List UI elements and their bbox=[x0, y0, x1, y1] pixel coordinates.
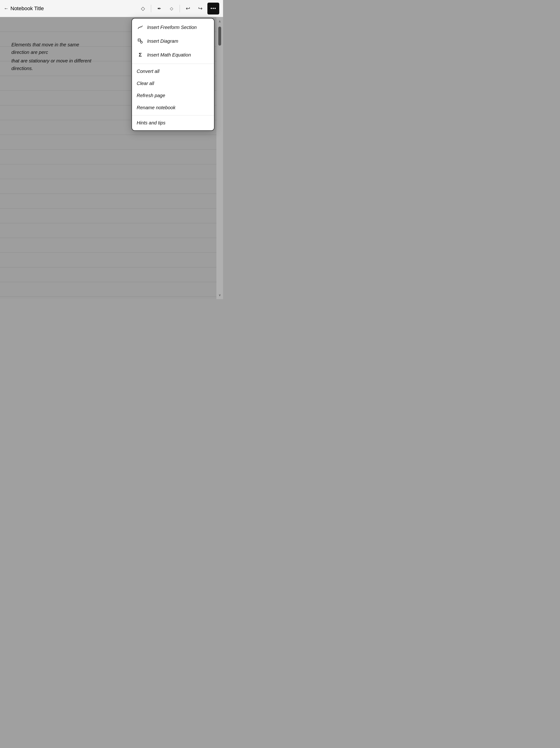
menu-insert-math[interactable]: Σ Insert Math Equation bbox=[132, 48, 214, 62]
scroll-down-icon: ∨ bbox=[219, 293, 221, 297]
ruled-line bbox=[0, 209, 216, 223]
svg-rect-0 bbox=[138, 39, 140, 41]
scroll-down-button[interactable]: ∨ bbox=[216, 291, 223, 299]
eraser-button[interactable]: ◇ bbox=[166, 3, 177, 14]
scroll-up-icon: ∧ bbox=[219, 20, 221, 23]
page-text: Elements that move in the same direction… bbox=[11, 41, 93, 72]
ruled-line bbox=[0, 194, 216, 209]
menu-hints-tips[interactable]: Hints and tips bbox=[132, 117, 214, 129]
scrollbar: ∧ ∨ bbox=[216, 17, 223, 299]
svg-point-1 bbox=[141, 41, 142, 43]
hints-tips-label: Hints and tips bbox=[137, 120, 165, 125]
redo-icon: ↪ bbox=[198, 5, 202, 11]
undo-button[interactable]: ↩ bbox=[183, 3, 193, 14]
menu-insert-diagram[interactable]: Insert Diagram bbox=[132, 34, 214, 48]
ruled-line bbox=[0, 164, 216, 179]
menu-rename-notebook[interactable]: Rename notebook bbox=[132, 102, 214, 114]
menu-insert-section: Insert Freeform Section Insert Diagram Σ… bbox=[132, 19, 214, 64]
insert-freeform-label: Insert Freeform Section bbox=[147, 25, 197, 30]
page-text-line1: Elements that move in the same direction… bbox=[11, 41, 93, 56]
pen-icon: ✒ bbox=[157, 6, 161, 11]
toolbar-right: ◇ ✒ ◇ ↩ ↪ ••• bbox=[138, 3, 219, 15]
redo-button[interactable]: ↪ bbox=[195, 3, 205, 14]
page-text-line2: that are stationary or move in different… bbox=[11, 57, 93, 72]
menu-clear-all[interactable]: Clear all bbox=[132, 77, 214, 90]
bookmark-icon: ◇ bbox=[141, 5, 145, 11]
back-button[interactable]: ← bbox=[4, 6, 8, 11]
notebook-title: Notebook Title bbox=[10, 5, 44, 11]
back-arrow-icon: ← bbox=[4, 6, 8, 11]
ruled-line bbox=[0, 223, 216, 238]
menu-convert-all[interactable]: Convert all bbox=[132, 65, 214, 77]
rename-notebook-label: Rename notebook bbox=[137, 105, 175, 111]
pen-button[interactable]: ✒ bbox=[154, 3, 165, 14]
insert-diagram-label: Insert Diagram bbox=[147, 39, 178, 44]
menu-actions-section: Convert all Clear all Refresh page Renam… bbox=[132, 64, 214, 115]
diagram-icon bbox=[137, 38, 144, 45]
ruled-line bbox=[0, 179, 216, 194]
scroll-up-button[interactable]: ∧ bbox=[216, 17, 223, 26]
eraser-icon: ◇ bbox=[170, 6, 173, 11]
math-icon: Σ bbox=[137, 51, 144, 59]
freeform-icon bbox=[137, 24, 144, 31]
refresh-page-label: Refresh page bbox=[137, 93, 165, 98]
ruled-line bbox=[0, 238, 216, 253]
more-icon: ••• bbox=[211, 6, 216, 11]
undo-icon: ↩ bbox=[186, 5, 190, 11]
convert-all-label: Convert all bbox=[137, 69, 160, 74]
bookmark-button[interactable]: ◇ bbox=[138, 3, 148, 14]
ruled-line bbox=[0, 149, 216, 164]
scroll-thumb[interactable] bbox=[218, 27, 221, 46]
ruled-line bbox=[0, 282, 216, 297]
ruled-line bbox=[0, 135, 216, 149]
menu-refresh-page[interactable]: Refresh page bbox=[132, 90, 214, 102]
menu-insert-freeform[interactable]: Insert Freeform Section bbox=[132, 20, 214, 34]
menu-hints-section: Hints and tips bbox=[132, 115, 214, 131]
dropdown-menu: Insert Freeform Section Insert Diagram Σ… bbox=[131, 18, 215, 131]
insert-math-label: Insert Math Equation bbox=[147, 52, 191, 58]
more-button[interactable]: ••• bbox=[208, 3, 219, 15]
clear-all-label: Clear all bbox=[137, 81, 154, 86]
ruled-line bbox=[0, 267, 216, 282]
toolbar: ← Notebook Title ◇ ✒ ◇ ↩ ↪ ••• bbox=[0, 0, 223, 17]
ruled-line bbox=[0, 253, 216, 267]
toolbar-left: ← Notebook Title bbox=[4, 5, 138, 11]
